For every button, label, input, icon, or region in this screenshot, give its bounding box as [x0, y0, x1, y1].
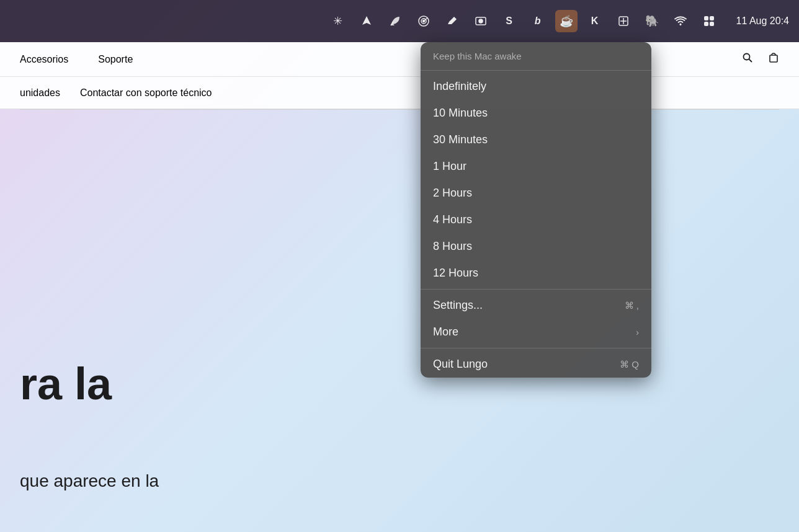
cross-icon[interactable]	[612, 10, 635, 32]
dropdown-separator-top	[421, 70, 651, 71]
dropdown-item-8hours-label: 8 Hours	[433, 240, 472, 253]
wifi-icon[interactable]	[669, 10, 692, 32]
dropdown-item-1hour[interactable]: 1 Hour	[421, 153, 651, 180]
control-center-icon[interactable]	[698, 10, 720, 32]
dropdown-item-2hours[interactable]: 2 Hours	[421, 180, 651, 206]
svg-rect-11	[710, 16, 714, 20]
page-heading: ra la	[20, 360, 112, 409]
menubar-icons: ✳	[327, 10, 789, 32]
svg-point-5	[479, 19, 483, 23]
apple-nav-icons	[742, 52, 779, 66]
dropdown-item-30min-label: 30 Minutes	[433, 133, 488, 146]
dropdown-item-2hours-label: 2 Hours	[433, 187, 472, 200]
dropdown-item-4hours[interactable]: 4 Hours	[421, 206, 651, 233]
cart-nav-icon[interactable]	[768, 52, 779, 66]
sunburst-icon[interactable]: ✳	[327, 10, 349, 32]
svg-point-9	[679, 24, 681, 25]
svg-point-14	[744, 54, 750, 60]
klack-icon[interactable]: K	[584, 10, 606, 32]
dropdown-item-10min-label: 10 Minutes	[433, 107, 488, 120]
dropdown-item-indefinitely[interactable]: Indefinitely	[421, 73, 651, 100]
elephant-icon[interactable]: 🐘	[641, 10, 663, 32]
dropdown-item-settings[interactable]: Settings... ⌘ ,	[421, 292, 651, 319]
pencil-icon[interactable]	[441, 10, 463, 32]
dropdown-item-4hours-label: 4 Hours	[433, 213, 472, 226]
dropdown-item-more[interactable]: More ›	[421, 319, 651, 345]
apple-subnav: unidades Contactar con soporte técnico	[0, 77, 799, 109]
dropdown-item-quit-shortcut: ⌘ Q	[620, 359, 639, 370]
nav-soporte[interactable]: Soporte	[98, 54, 133, 65]
page-subtext: que aparece en la	[20, 471, 159, 491]
dropdown-item-settings-label: Settings...	[433, 299, 483, 312]
apple-nav: Accesorios Soporte	[0, 42, 799, 77]
dropdown-item-more-label: More	[433, 326, 458, 339]
lungo-icon[interactable]: ☕	[555, 10, 578, 32]
dropdown-item-8hours[interactable]: 8 Hours	[421, 233, 651, 260]
dropdown-item-10min[interactable]: 10 Minutes	[421, 100, 651, 126]
dropdown-item-quit-label: Quit Lungo	[433, 358, 488, 371]
dropdown-item-12hours-label: 12 Hours	[433, 267, 478, 280]
search-nav-icon[interactable]	[742, 52, 753, 66]
dropdown-item-indefinitely-label: Indefinitely	[433, 80, 486, 93]
dropdown-item-1hour-label: 1 Hour	[433, 160, 466, 173]
subnav-contactar[interactable]: Contactar con soporte técnico	[80, 87, 212, 99]
menubar-time: 11 Aug 20:4	[736, 16, 789, 27]
menubar: ✳	[0, 0, 799, 42]
chevron-right-icon: ›	[636, 327, 639, 337]
nav-accesorios[interactable]: Accesorios	[20, 54, 68, 65]
dropdown-header: Keep this Mac awake	[421, 42, 651, 68]
svg-rect-13	[710, 22, 714, 26]
dropdown-item-12hours[interactable]: 12 Hours	[421, 260, 651, 286]
nav-divider	[20, 109, 779, 110]
subnav-unidades[interactable]: unidades	[20, 87, 60, 99]
bezel-icon[interactable]: b	[527, 10, 549, 32]
svg-rect-12	[704, 22, 708, 26]
lungo-dropdown-menu: Keep this Mac awake Indefinitely 10 Minu…	[421, 42, 651, 378]
dropdown-separator-middle	[421, 289, 651, 290]
svg-line-15	[749, 60, 752, 63]
skype-icon[interactable]: S	[498, 10, 520, 32]
svg-rect-16	[770, 55, 777, 62]
dropdown-item-quit[interactable]: Quit Lungo ⌘ Q	[421, 351, 651, 378]
radar-icon[interactable]	[413, 10, 435, 32]
dropdown-item-settings-shortcut: ⌘ ,	[625, 300, 639, 311]
dropdown-separator-bottom	[421, 348, 651, 348]
screenium-icon[interactable]	[470, 10, 492, 32]
leaves-icon[interactable]	[384, 10, 406, 32]
svg-rect-10	[704, 16, 708, 20]
dropdown-item-30min[interactable]: 30 Minutes	[421, 126, 651, 153]
nordvpn-icon[interactable]	[355, 10, 378, 32]
